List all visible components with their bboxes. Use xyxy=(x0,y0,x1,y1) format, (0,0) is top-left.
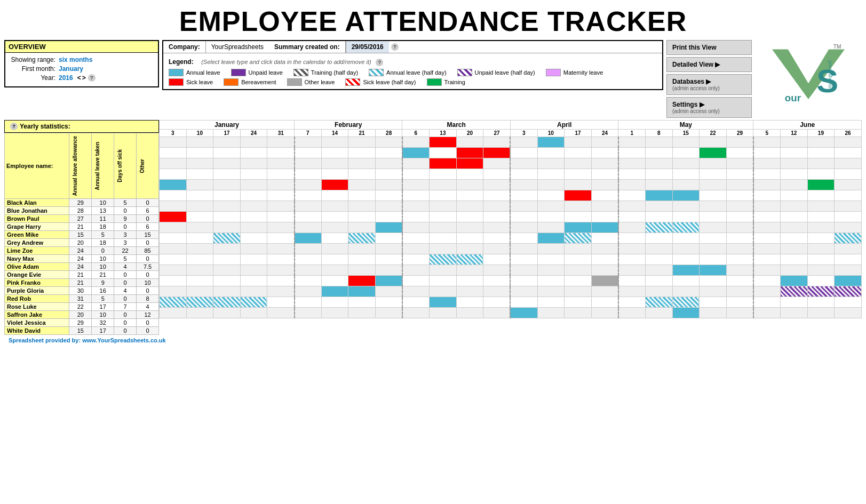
cal-cell[interactable] xyxy=(672,276,700,286)
cal-cell[interactable] xyxy=(618,254,646,265)
cal-cell[interactable] xyxy=(781,286,808,297)
cal-cell[interactable] xyxy=(672,212,700,222)
cal-cell[interactable] xyxy=(267,265,295,276)
cal-cell[interactable] xyxy=(213,148,241,158)
cal-cell[interactable] xyxy=(402,169,430,180)
cal-cell[interactable] xyxy=(510,286,537,297)
cal-cell[interactable] xyxy=(267,190,295,201)
cal-cell[interactable] xyxy=(565,169,592,180)
cal-cell[interactable] xyxy=(618,265,646,276)
cal-cell[interactable] xyxy=(240,297,267,308)
cal-cell[interactable] xyxy=(295,286,322,297)
cal-cell[interactable] xyxy=(348,137,376,148)
cal-cell[interactable] xyxy=(565,254,592,265)
cal-cell[interactable] xyxy=(807,254,835,265)
cal-cell[interactable] xyxy=(321,169,348,180)
cal-cell[interactable] xyxy=(430,190,457,201)
cal-cell[interactable] xyxy=(753,148,781,158)
cal-cell[interactable] xyxy=(537,276,565,286)
cal-cell[interactable] xyxy=(375,169,402,180)
cal-cell[interactable] xyxy=(295,137,322,148)
cal-cell[interactable] xyxy=(807,276,835,286)
cal-cell[interactable] xyxy=(295,169,322,180)
cal-cell[interactable] xyxy=(213,265,241,276)
cal-cell[interactable] xyxy=(645,286,672,297)
cal-cell[interactable] xyxy=(672,201,700,212)
cal-cell[interactable] xyxy=(807,137,835,148)
cal-cell[interactable] xyxy=(295,212,322,222)
cal-cell[interactable] xyxy=(672,244,700,254)
cal-cell[interactable] xyxy=(213,233,241,244)
cal-cell[interactable] xyxy=(321,201,348,212)
cal-cell[interactable] xyxy=(807,169,835,180)
cal-cell[interactable] xyxy=(645,244,672,254)
cal-cell[interactable] xyxy=(402,158,430,169)
cal-cell[interactable] xyxy=(753,297,781,308)
cal-cell[interactable] xyxy=(645,148,672,158)
cal-cell[interactable] xyxy=(537,158,565,169)
cal-cell[interactable] xyxy=(160,190,187,201)
cal-cell[interactable] xyxy=(240,180,267,190)
cal-cell[interactable] xyxy=(835,169,862,180)
cal-cell[interactable] xyxy=(618,308,646,318)
cal-cell[interactable] xyxy=(430,308,457,318)
cal-cell[interactable] xyxy=(645,276,672,286)
cal-cell[interactable] xyxy=(618,297,646,308)
cal-cell[interactable] xyxy=(348,265,376,276)
cal-cell[interactable] xyxy=(753,212,781,222)
cal-cell[interactable] xyxy=(537,254,565,265)
cal-cell[interactable] xyxy=(186,148,213,158)
question-mark-left[interactable]: ? xyxy=(10,123,18,130)
cal-cell[interactable] xyxy=(402,244,430,254)
cal-cell[interactable] xyxy=(267,148,295,158)
cal-cell[interactable] xyxy=(565,308,592,318)
cal-cell[interactable] xyxy=(591,233,618,244)
cal-cell[interactable] xyxy=(186,308,213,318)
cal-cell[interactable] xyxy=(565,265,592,276)
print-button[interactable]: Print this View xyxy=(666,40,752,55)
cal-cell[interactable] xyxy=(160,212,187,222)
cal-cell[interactable] xyxy=(186,190,213,201)
cal-cell[interactable] xyxy=(375,201,402,212)
cal-cell[interactable] xyxy=(295,308,322,318)
cal-cell[interactable] xyxy=(456,190,483,201)
cal-cell[interactable] xyxy=(483,148,511,158)
cal-cell[interactable] xyxy=(240,276,267,286)
cal-cell[interactable] xyxy=(726,158,753,169)
cal-cell[interactable] xyxy=(213,308,241,318)
cal-cell[interactable] xyxy=(321,244,348,254)
cal-cell[interactable] xyxy=(348,180,376,190)
cal-cell[interactable] xyxy=(160,158,187,169)
cal-cell[interactable] xyxy=(186,137,213,148)
cal-cell[interactable] xyxy=(456,180,483,190)
cal-cell[interactable] xyxy=(213,254,241,265)
cal-cell[interactable] xyxy=(807,190,835,201)
cal-cell[interactable] xyxy=(510,212,537,222)
cal-cell[interactable] xyxy=(402,308,430,318)
cal-cell[interactable] xyxy=(402,254,430,265)
cal-cell[interactable] xyxy=(565,137,592,148)
cal-cell[interactable] xyxy=(186,180,213,190)
cal-cell[interactable] xyxy=(645,265,672,276)
cal-cell[interactable] xyxy=(645,212,672,222)
cal-cell[interactable] xyxy=(565,286,592,297)
cal-cell[interactable] xyxy=(240,254,267,265)
cal-cell[interactable] xyxy=(537,265,565,276)
cal-cell[interactable] xyxy=(213,180,241,190)
cal-cell[interactable] xyxy=(483,297,511,308)
cal-cell[interactable] xyxy=(781,308,808,318)
cal-cell[interactable] xyxy=(213,222,241,233)
cal-cell[interactable] xyxy=(295,254,322,265)
cal-cell[interactable] xyxy=(186,244,213,254)
cal-cell[interactable] xyxy=(213,158,241,169)
cal-cell[interactable] xyxy=(430,212,457,222)
cal-cell[interactable] xyxy=(565,276,592,286)
cal-cell[interactable] xyxy=(700,148,727,158)
cal-cell[interactable] xyxy=(591,308,618,318)
cal-cell[interactable] xyxy=(565,201,592,212)
cal-cell[interactable] xyxy=(591,244,618,254)
cal-cell[interactable] xyxy=(321,308,348,318)
cal-cell[interactable] xyxy=(160,286,187,297)
cal-cell[interactable] xyxy=(456,222,483,233)
cal-cell[interactable] xyxy=(618,233,646,244)
